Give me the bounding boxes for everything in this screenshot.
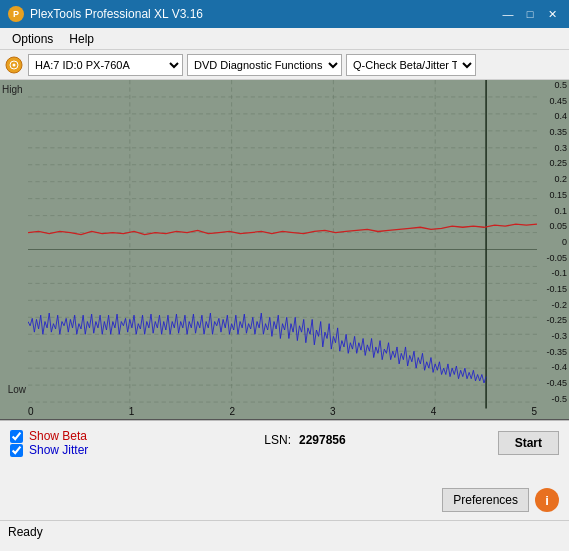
show-beta-label[interactable]: Show Beta [29,429,87,443]
info-button[interactable]: i [535,488,559,512]
function-select[interactable]: DVD Diagnostic Functions [187,54,342,76]
start-button-area: Start [498,431,559,455]
title-bar-controls: — □ ✕ [499,5,561,23]
y-low-label: Low [8,384,26,395]
checkboxes-area: Show Beta Show Jitter [10,429,88,457]
minimize-button[interactable]: — [499,5,517,23]
status-text: Ready [8,525,43,539]
y-axis-left: High Low [0,80,28,399]
menu-help[interactable]: Help [61,30,102,48]
close-button[interactable]: ✕ [543,5,561,23]
bottom-panel: Show Beta Show Jitter LSN: 2297856 Start… [0,420,569,520]
title-bar-left: P PlexTools Professional XL V3.16 [8,6,203,22]
menu-bar: Options Help [0,28,569,50]
chart-container: High Low [0,80,569,420]
toolbar: HA:7 ID:0 PX-760A DVD Diagnostic Functio… [0,50,569,80]
lsn-label: LSN: [264,433,291,447]
lsn-value: 2297856 [299,433,346,447]
preferences-button[interactable]: Preferences [442,488,529,512]
app-icon: P [8,6,24,22]
window-title: PlexTools Professional XL V3.16 [30,7,203,21]
y-high-label: High [2,84,23,95]
lsn-area: LSN: 2297856 [260,429,345,447]
svg-point-2 [13,63,16,66]
x-axis: 0 1 2 3 4 5 [28,406,537,417]
show-beta-checkbox[interactable] [10,430,23,443]
start-button[interactable]: Start [498,431,559,455]
show-jitter-label[interactable]: Show Jitter [29,443,88,457]
show-jitter-checkbox[interactable] [10,444,23,457]
drive-icon [4,55,24,75]
info-icon: i [545,493,549,508]
status-bar: Ready [0,520,569,542]
y-axis-right: 0.5 0.45 0.4 0.35 0.3 0.25 0.2 0.15 0.1 … [537,80,569,404]
drive-select[interactable]: HA:7 ID:0 PX-760A [28,54,183,76]
test-select[interactable]: Q-Check Beta/Jitter Test [346,54,476,76]
show-jitter-row: Show Jitter [10,443,88,457]
chart-svg [28,80,537,419]
maximize-button[interactable]: □ [521,5,539,23]
title-bar: P PlexTools Professional XL V3.16 — □ ✕ [0,0,569,28]
show-beta-row: Show Beta [10,429,88,443]
menu-options[interactable]: Options [4,30,61,48]
